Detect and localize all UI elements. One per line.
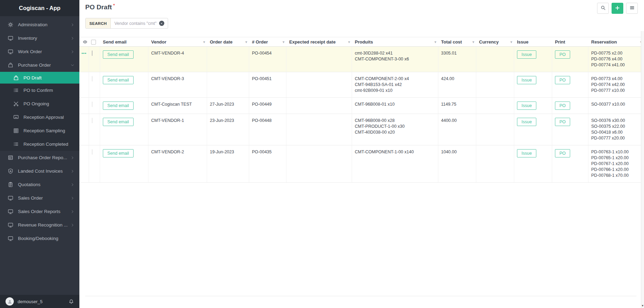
table-row[interactable]: Send emailCMT-VENDOR-123-Jun-2023PO-0044… (79, 114, 644, 145)
send-email-button[interactable]: Send email (103, 118, 134, 126)
preview-eye-icon[interactable] (82, 40, 88, 44)
row-checkbox[interactable] (92, 76, 92, 81)
monitor-icon (8, 49, 13, 55)
app-title: Cogiscan - App (0, 0, 79, 16)
main-content: PO Draft* SEARCH Vendor contains "cmt" S… (79, 0, 644, 308)
issue-button[interactable]: Issue (517, 149, 536, 157)
reservation-cell: PD-00763-1 x10.00PD-00765-1 x20.00PD-007… (588, 145, 644, 182)
search-filter-chip: Vendor contains "cmt" (111, 18, 167, 28)
column-header-produits[interactable]: Produits▾ (352, 37, 438, 46)
vertical-scrollbar[interactable]: ▼ (641, 31, 644, 308)
column-header-order[interactable]: # Order▾ (249, 37, 286, 46)
order-date-cell (207, 72, 249, 97)
sidebar-item-label: PO Ongoing (23, 101, 49, 106)
column-header-order-date[interactable]: Order date▾ (207, 37, 249, 46)
print-po-button[interactable]: PO (555, 50, 570, 59)
sidebar-item-sales-order[interactable]: Sales Order (0, 191, 79, 205)
column-header-expected-receipt-date[interactable]: Expected receipt date▾ (286, 37, 352, 46)
print-po-button[interactable]: PO (555, 118, 570, 126)
column-header-total-cost[interactable]: Total cost▾ (438, 37, 476, 46)
table-row[interactable]: Send emailCMT-VENDOR-3PO-00451CMT-COMPON… (79, 72, 644, 98)
print-po-button[interactable]: PO (555, 102, 570, 110)
table-row[interactable]: •••Send emailCMT-VENDOR-4PO-00454cmt-30D… (79, 47, 644, 72)
sidebar-item-booking-debooking[interactable]: Booking/Debooking (0, 232, 79, 245)
hamburger-menu-icon (630, 5, 635, 11)
total-cost-cell: 1040.00 (438, 145, 476, 182)
sidebar: Cogiscan - App AdministrationInventoryWo… (0, 0, 79, 308)
sidebar-item-administration[interactable]: Administration (0, 18, 79, 31)
chevron-right-icon (70, 36, 75, 40)
filter-close-icon[interactable] (159, 21, 164, 26)
sidebar-item-po-to-confirm[interactable]: PO to Confirm (0, 84, 79, 97)
bag-icon (8, 62, 13, 68)
user-avatar[interactable] (6, 297, 14, 306)
column-header-issue[interactable]: Issue (514, 37, 552, 46)
issue-button[interactable]: Issue (517, 76, 536, 84)
sidebar-item-inventory[interactable]: Inventory (0, 31, 79, 45)
sidebar-item-sales-order-reports[interactable]: Sales Order Reports (0, 205, 79, 218)
column-header-reservation[interactable]: Reservation▾ (588, 37, 644, 46)
row-checkbox[interactable] (92, 102, 92, 107)
scrollbar-down-arrow[interactable]: ▼ (641, 304, 644, 308)
column-header-print[interactable]: Print (552, 37, 588, 46)
row-checkbox[interactable] (92, 118, 92, 123)
column-header-currency[interactable]: Currency▾ (476, 37, 514, 46)
scissors-icon (13, 101, 19, 107)
row-checkbox[interactable] (92, 50, 92, 56)
select-all-checkbox[interactable] (91, 40, 96, 45)
issue-button[interactable]: Issue (517, 102, 536, 110)
issue-button[interactable]: Issue (517, 50, 536, 59)
sidebar-item-reception-approval[interactable]: Reception Approval (0, 110, 79, 124)
order-date-cell (207, 47, 249, 72)
send-email-button[interactable]: Send email (103, 50, 134, 59)
produits-cell: CMT-96B008-01 x10 (352, 98, 438, 114)
sort-caret-icon[interactable]: ▾ (435, 40, 436, 44)
sidebar-item-purchase-order-repo[interactable]: Purchase Order Repo... (0, 151, 79, 164)
print-po-button[interactable]: PO (555, 149, 570, 157)
sort-caret-icon[interactable]: ▾ (283, 40, 284, 44)
table-row[interactable]: Send emailCMT-Cogiscan TEST27-Jun-2023PO… (79, 98, 644, 114)
sort-caret-icon[interactable]: ▾ (348, 40, 350, 44)
sidebar-item-label: Reception Approval (23, 115, 64, 120)
sidebar-item-quotations[interactable]: Quotations (0, 178, 79, 191)
row-actions-icon[interactable]: ••• (81, 50, 87, 68)
sidebar-item-reception-completed[interactable]: Reception Completed (0, 137, 79, 151)
monitor-icon (8, 209, 13, 214)
sidebar-item-work-order[interactable]: Work Order (0, 45, 79, 58)
sidebar-item-label: Sales Order Reports (18, 209, 60, 214)
row-checkbox[interactable] (92, 149, 92, 155)
vendor-cell: CMT-VENDOR-2 (148, 145, 207, 182)
search-bar[interactable]: SEARCH Vendor contains "cmt" (85, 18, 168, 29)
column-header-send-email[interactable]: Send email (100, 37, 148, 46)
sidebar-item-reception-sampling[interactable]: Reception Sampling (0, 124, 79, 137)
column-header-vendor[interactable]: Vendor▾ (148, 37, 207, 46)
vendor-cell: CMT-VENDOR-1 (148, 114, 207, 145)
reservation-cell: PD-00775 x2.00PD-00776 x4.00PD-00774 x41… (588, 47, 644, 72)
sort-caret-icon[interactable]: ▾ (472, 40, 474, 44)
sort-caret-icon[interactable]: ▾ (510, 40, 512, 44)
issue-button[interactable]: Issue (517, 118, 536, 126)
print-po-button[interactable]: PO (555, 76, 570, 84)
table-header-row: Send emailVendor▾Order date▾# Order▾Expe… (79, 37, 644, 47)
order-date-cell: 23-Jun-2023 (207, 114, 249, 145)
sort-caret-icon[interactable]: ▾ (203, 40, 205, 44)
send-email-button[interactable]: Send email (103, 149, 134, 157)
plus-icon (615, 6, 620, 11)
produits-cell: cmt-30D288-02 x41CMT-COMPONENT-3-00 x6 (352, 47, 438, 72)
total-cost-cell: 3305.01 (438, 47, 476, 72)
send-email-button[interactable]: Send email (103, 76, 134, 84)
sidebar-item-po-draft[interactable]: PO Draft (0, 72, 79, 84)
notifications-bell-icon[interactable] (69, 299, 74, 304)
bag-icon (13, 75, 19, 81)
add-button[interactable] (612, 3, 623, 14)
search-button[interactable] (597, 3, 609, 14)
sidebar-item-revenue-recognition[interactable]: Revenue Recognition ... (0, 218, 79, 232)
menu-button[interactable] (626, 3, 638, 14)
sidebar-item-landed-cost-invoices[interactable]: Landed Cost Invoices (0, 164, 79, 178)
table-row[interactable]: Send emailCMT-VENDOR-219-Jun-2023PO-0043… (79, 145, 644, 183)
send-email-button[interactable]: Send email (103, 102, 134, 110)
sidebar-item-purchase-order[interactable]: Purchase Order (0, 58, 79, 72)
sidebar-user-bar: demouser_5 (0, 295, 79, 308)
sort-caret-icon[interactable]: ▾ (245, 40, 247, 44)
sidebar-item-po-ongoing[interactable]: PO Ongoing (0, 97, 79, 110)
